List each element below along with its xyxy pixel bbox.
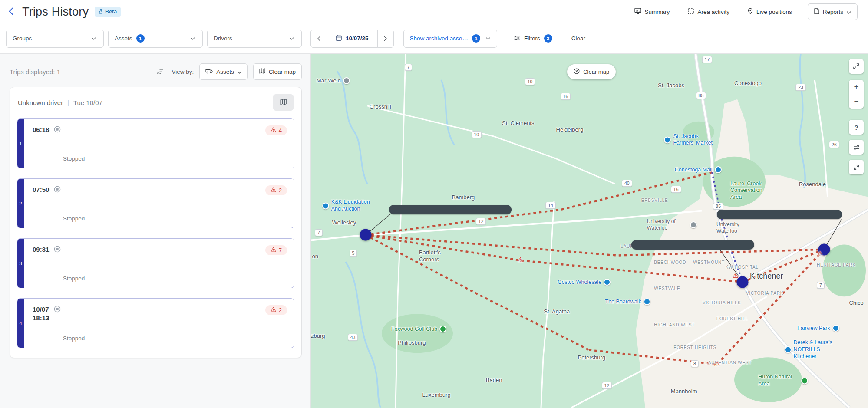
view-by-label: View by: [172, 69, 194, 75]
map-clear-map-button[interactable]: Clear map [567, 64, 616, 79]
map-label: 16 [561, 93, 571, 100]
map-label: St. Agatha [544, 308, 570, 315]
map-label: Bartlett's Corners [419, 249, 460, 263]
flask-icon [99, 9, 103, 15]
map-label: St. Jacobs Farmers' Market [664, 133, 714, 147]
trip-card: Unknown driver | Tue 10/07 1 06:18 [10, 87, 302, 358]
trips-panel: Trips displayed: 1 View by: Assets Clear… [0, 54, 311, 408]
area-activity-button[interactable]: Area activity [685, 8, 732, 16]
map-label: 40 [622, 180, 632, 187]
assets-label: Assets [115, 35, 132, 42]
resize-button[interactable] [849, 160, 864, 174]
date-picker-button[interactable]: 10/07/25 [327, 30, 378, 48]
chevron-down-icon [185, 30, 200, 47]
trip-start-time: 10/0718:13 [33, 305, 49, 323]
trip-stop-marker[interactable] [360, 229, 371, 241]
warning-icon [271, 247, 276, 253]
map-label: 85 [713, 203, 723, 210]
header-left: Trips History Beta [6, 5, 121, 19]
live-positions-button[interactable]: Live positions [745, 7, 795, 16]
filter-bar: Groups Assets 1 Drivers 10/07/25 Show ar… [0, 23, 868, 54]
route-alert-icon[interactable]: ⚠ [817, 249, 823, 257]
fullscreen-button[interactable] [849, 59, 864, 74]
warning-icon [271, 307, 276, 313]
map-label: 12 [476, 218, 486, 225]
help-button[interactable]: ? [849, 120, 864, 135]
next-day-button[interactable] [377, 30, 394, 48]
trip-stop-marker[interactable] [737, 276, 749, 288]
map-label: 85 [696, 92, 706, 99]
zoom-in-button[interactable]: + [849, 80, 864, 94]
drivers-select[interactable]: Drivers [207, 30, 302, 48]
trip-body: 07:50 2 Stopped [24, 179, 294, 228]
map-label: WESTMOUNT [693, 260, 725, 265]
trip-item[interactable]: 4 10/0718:13 2 Stopped [17, 298, 294, 348]
assets-count-badge: 1 [136, 34, 145, 43]
date-navigator: 10/07/25 [310, 30, 394, 48]
trip-body: 10/0718:13 2 Stopped [24, 299, 294, 348]
route-alert-icon[interactable]: ⚠ [714, 359, 720, 368]
assets-select[interactable]: Assets 1 [108, 30, 203, 48]
map-label: 7 [817, 282, 825, 289]
redacted-label [631, 240, 755, 250]
sort-button[interactable] [154, 69, 166, 75]
poi-icon [644, 298, 650, 305]
header-separator: | [67, 99, 69, 106]
redacted-label [717, 210, 842, 219]
poi-icon [322, 202, 329, 209]
map-label: 43 [348, 334, 358, 341]
map-label: BEECHWOOD [654, 260, 686, 265]
map-label: Derek & Laura's NOFRILLS Kitchener [785, 339, 835, 360]
chevron-down-icon [238, 69, 241, 75]
top-header: Trips History Beta Summary Area activity… [0, 0, 868, 23]
zoom-out-button[interactable]: − [849, 94, 864, 109]
summary-button[interactable]: Summary [632, 7, 673, 16]
filters-button[interactable]: Filters 3 [511, 34, 555, 43]
poi-icon [832, 325, 839, 332]
show-archived-toggle[interactable]: Show archived asse… 1 [403, 30, 497, 48]
trip-start-time: 07:50 [33, 185, 49, 194]
warnings-badge: 4 [265, 125, 287, 135]
map-label: 16 [671, 186, 681, 193]
map-label: Kitchener [750, 271, 783, 280]
previous-day-button[interactable] [310, 30, 327, 48]
map-label: 14 [545, 202, 556, 209]
trip-item[interactable]: 3 09:31 7 Stopped [17, 238, 294, 288]
map-settings-button[interactable] [849, 140, 864, 155]
route-alert-icon[interactable]: ⚠ [732, 271, 738, 280]
show-on-map-button[interactable] [273, 94, 294, 111]
map-label: Laurel Creek Conservation Area [730, 180, 771, 201]
groups-select[interactable]: Groups [6, 30, 104, 48]
poi-icon [785, 346, 792, 353]
map-label: Wellesley [332, 219, 356, 225]
trips-displayed-count: Trips displayed: 1 [10, 68, 60, 76]
map-label: HERITAGE PARK [817, 262, 856, 267]
map-label: 8 [691, 360, 699, 367]
trip-card-header: Unknown driver | Tue 10/07 [17, 92, 294, 115]
trip-item[interactable]: 1 06:18 4 Stopped [17, 118, 294, 168]
trip-index-bar: 2 [17, 179, 24, 228]
panel-clear-map-button[interactable]: Clear map [253, 63, 302, 80]
map-label: 7 [405, 64, 413, 71]
filters-icon [514, 35, 520, 42]
map-label: 10 [472, 131, 482, 138]
map-container[interactable]: Mar-WeldCrosshillSt. ClementsHeidelbergS… [311, 54, 868, 408]
warning-icon [271, 187, 276, 194]
poi-icon [604, 279, 611, 286]
map-label: LAURENTIAN WEST [705, 360, 752, 365]
view-by-select[interactable]: Assets [199, 63, 248, 80]
trip-item[interactable]: 2 07:50 2 Stopped [17, 178, 294, 228]
clear-filters-button[interactable]: Clear [569, 35, 588, 42]
route-alert-icon[interactable]: ⚠ [517, 256, 523, 264]
trip-start-time: 09:31 [33, 245, 49, 254]
reports-button[interactable]: Reports [808, 3, 858, 20]
map-label: St. Clements [502, 119, 534, 126]
vehicle-icon [205, 68, 213, 75]
map-label: on [312, 253, 318, 260]
map-label: 12 [602, 382, 612, 389]
trip-number: 2 [19, 201, 22, 206]
map-label: St. Jacobs [658, 82, 684, 88]
driver-name: Unknown driver [18, 99, 63, 106]
zoom-control: + − [849, 80, 864, 109]
back-button[interactable] [6, 6, 16, 18]
